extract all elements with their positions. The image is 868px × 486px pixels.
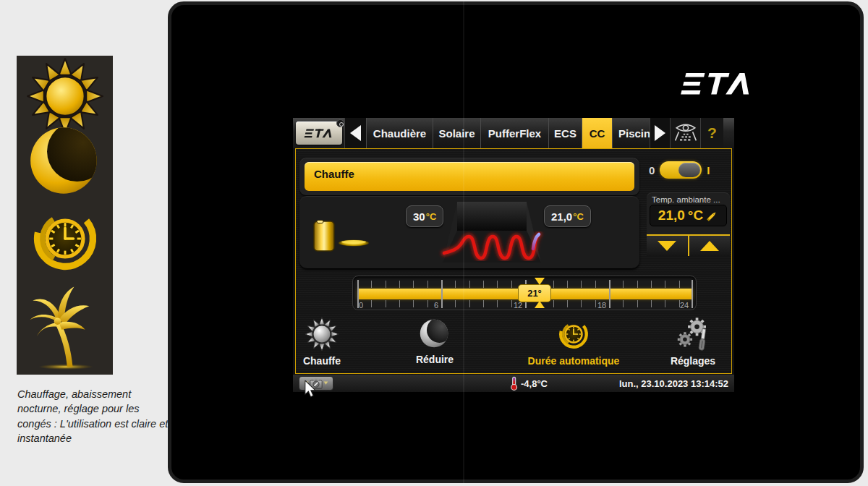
hour-label-0: 0 — [359, 301, 363, 310]
tab-cc-selected[interactable]: CC — [582, 118, 612, 148]
eta-logo-icon — [303, 128, 335, 139]
mode-banner-panel: Chauffe — [299, 158, 639, 195]
room-temp-badge: 21,0 °C — [544, 205, 591, 227]
room-setpoint-value: 21,0 — [658, 208, 685, 223]
chevron-right-icon — [655, 125, 665, 141]
touch-panel-device: Chaudière Solaire PufferFlex ECS CC Pisc… — [168, 1, 864, 483]
action-label: Chauffe — [303, 355, 341, 367]
pump-disc-icon — [337, 236, 370, 250]
pencil-edit-icon — [706, 210, 718, 222]
toggle-on-label: I — [707, 164, 710, 176]
brochure-fold-line — [463, 1, 464, 483]
benefit-icon-strip — [17, 56, 113, 375]
logo-badge — [336, 119, 344, 127]
tab-ecs[interactable]: ECS — [548, 118, 582, 148]
tabs-scroll-left-button[interactable] — [344, 118, 366, 148]
flow-temp-unit: °C — [426, 211, 437, 222]
power-toggle-row: 0 I — [649, 161, 730, 179]
tab-piscine[interactable]: Piscine — [612, 118, 650, 148]
overview-button[interactable] — [670, 118, 700, 148]
major-tick — [692, 280, 693, 308]
action-reglages-button[interactable]: Réglages — [650, 317, 736, 372]
datetime-display: lun., 23.10.2023 13:14:52 — [619, 375, 728, 392]
thermometer-icon — [510, 376, 518, 391]
action-label: Réglages — [671, 355, 715, 367]
hour-label-6: 6 — [434, 301, 438, 310]
palm-icon — [25, 280, 105, 370]
room-setpoint-display[interactable]: 21,0°C — [650, 205, 727, 226]
caption-text: Chauffage, abaissement nocturne, réglage… — [17, 387, 171, 446]
triangle-down-icon — [658, 241, 676, 251]
setpoint-down-button[interactable] — [647, 236, 688, 256]
sun-gray-icon — [305, 317, 339, 351]
mouse-cursor — [304, 380, 316, 398]
room-temp-value: 21,0 — [551, 210, 572, 223]
major-tick — [441, 280, 443, 308]
control-screen: Chaudière Solaire PufferFlex ECS CC Pisc… — [293, 118, 734, 392]
tab-chaudiere[interactable]: Chaudière — [366, 118, 433, 148]
timeline-marker-top[interactable] — [535, 278, 545, 285]
action-chauffe-button[interactable]: Chauffe — [278, 317, 365, 372]
power-toggle[interactable] — [660, 161, 702, 179]
day-timeline-slider[interactable]: 0 6 12 18 24 21° — [352, 276, 697, 310]
major-tick — [609, 280, 610, 308]
gears-icon — [676, 317, 710, 351]
room-setpoint-title: Temp. ambiante ... — [647, 192, 730, 205]
eta-home-button[interactable] — [296, 122, 342, 145]
setpoint-up-button[interactable] — [688, 236, 731, 256]
eye-overview-icon — [674, 122, 697, 144]
toggle-knob — [678, 163, 700, 177]
action-label: Durée automatique — [528, 355, 620, 367]
navbar: Chaudière Solaire PufferFlex ECS CC Pisc… — [293, 118, 734, 148]
setpoint-bubble[interactable]: 21° — [518, 284, 551, 302]
hour-label-18: 18 — [597, 301, 606, 310]
flow-temp-value: 30 — [413, 210, 425, 223]
tab-solaire[interactable]: Solaire — [433, 118, 480, 148]
outside-temp-value: -4,8°C — [521, 378, 548, 389]
heating-circuit-panel: 30 °C 21,0 °C — [299, 196, 639, 268]
triangle-up-icon — [700, 241, 719, 251]
moon-gray-icon — [418, 317, 451, 350]
action-label: Réduire — [416, 354, 454, 365]
auto-clock-icon — [27, 201, 103, 276]
outside-temperature: -4,8°C — [510, 375, 548, 392]
room-temp-unit: °C — [573, 211, 584, 222]
tab-pufferflex[interactable]: PufferFlex — [480, 118, 548, 148]
buffer-tank-icon — [312, 219, 336, 252]
room-setpoint-unit: °C — [688, 208, 703, 223]
chevron-left-icon — [350, 125, 361, 141]
toggle-off-label: 0 — [649, 164, 655, 176]
action-duree-automatique-button[interactable]: Durée automatique — [519, 317, 628, 372]
moon-icon — [27, 123, 103, 198]
auto-clock-small-icon — [556, 317, 591, 351]
room-setpoint-panel: Temp. ambiante ... 21,0°C — [647, 192, 730, 256]
mode-banner[interactable]: Chauffe — [305, 162, 634, 191]
action-reduire-button[interactable]: Réduire — [391, 317, 478, 372]
status-bar: -4,8°C lun., 23.10.2023 13:14:52 — [293, 375, 734, 392]
help-button[interactable]: ? — [700, 118, 723, 148]
tabs-scroll-right-button[interactable] — [650, 118, 670, 148]
hour-label-24: 24 — [680, 301, 689, 310]
cc-page-content: Chauffe 0 I 30 ° — [295, 148, 732, 374]
floor-heating-graphic — [438, 197, 545, 265]
eta-brand-logo — [678, 72, 757, 96]
setpoint-arrow-buttons — [647, 234, 730, 256]
timeline-marker-bottom[interactable] — [535, 301, 545, 308]
